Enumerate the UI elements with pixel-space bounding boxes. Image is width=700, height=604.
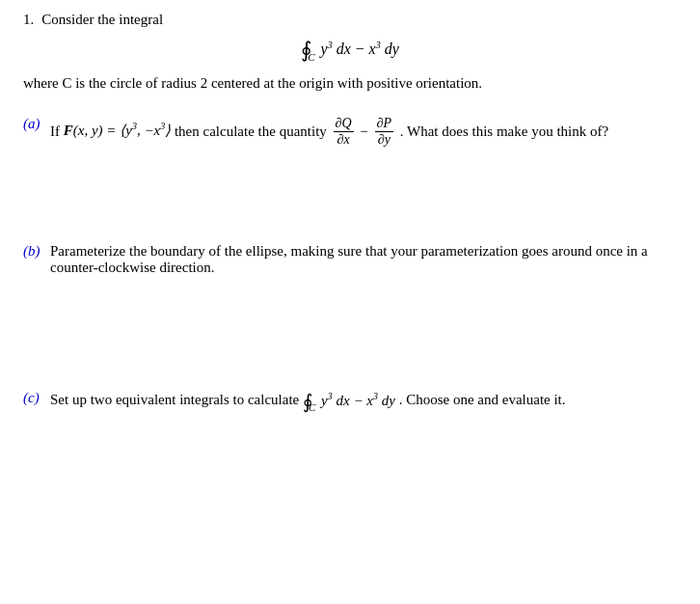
part-c-after: . Choose one and evaluate it. [399,393,566,408]
problem-container: 1. Consider the integral ∮C y3 dx − x3 d… [23,12,677,423]
minus-sign: − [360,123,371,138]
part-b-content: Parameterize the boundary of the ellipse… [50,243,677,276]
part-a-row: (a) If F(x, y) = ⟨y3, −x3⟩ then calculat… [23,116,677,150]
fraction-denominator-dy: ∂y [376,132,392,149]
part-a-label: (a) [23,116,50,132]
part-c-integral-expr: y3 dx − x3 dy [321,393,395,408]
integral-expression: y3 dx − x3 dy [321,41,399,57]
part-b-row: (b) Parameterize the boundary of the ell… [23,243,677,276]
problem-number: 1. [23,12,34,28]
spacer-b [23,286,677,382]
part-c: (c) Set up two equivalent integrals to c… [23,382,677,423]
part-c-before: Set up two equivalent integrals to calcu… [50,393,303,408]
fraction-denominator-dx: ∂x [336,132,352,149]
part-a-after: . What does this make you think of? [400,123,608,138]
part-c-row: (c) Set up two equivalent integrals to c… [23,390,677,413]
fraction-numerator-dP: ∂P [375,116,393,133]
fraction-dQ-dx: ∂Q ∂x [334,116,354,150]
part-b-label: (b) [23,243,50,260]
contour-integral-symbol: ∮ [301,38,311,63]
intro-text: Consider the integral [41,12,163,28]
part-c-content: Set up two equivalent integrals to calcu… [50,390,677,413]
part-b-text: Parameterize the boundary of the ellipse… [50,243,648,275]
part-c-integral-symbol: ∮ [303,390,312,413]
part-a: (a) If F(x, y) = ⟨y3, −x3⟩ then calculat… [23,108,677,159]
part-a-if: If F(x, y) = ⟨y3, −x3⟩ then calculate th… [50,123,331,138]
part-c-label: (c) [23,390,50,406]
problem-header: 1. Consider the integral [23,12,677,28]
fraction-numerator-dQ: ∂Q [334,116,354,133]
integral-display: ∮C y3 dx − x3 dy [23,38,677,63]
part-b: (b) Parameterize the boundary of the ell… [23,235,677,286]
spacer-a [23,158,677,235]
where-line: where C is the circle of radius 2 center… [23,72,677,95]
fraction-dP-dy: ∂P ∂y [375,116,393,150]
part-a-content: If F(x, y) = ⟨y3, −x3⟩ then calculate th… [50,116,677,150]
